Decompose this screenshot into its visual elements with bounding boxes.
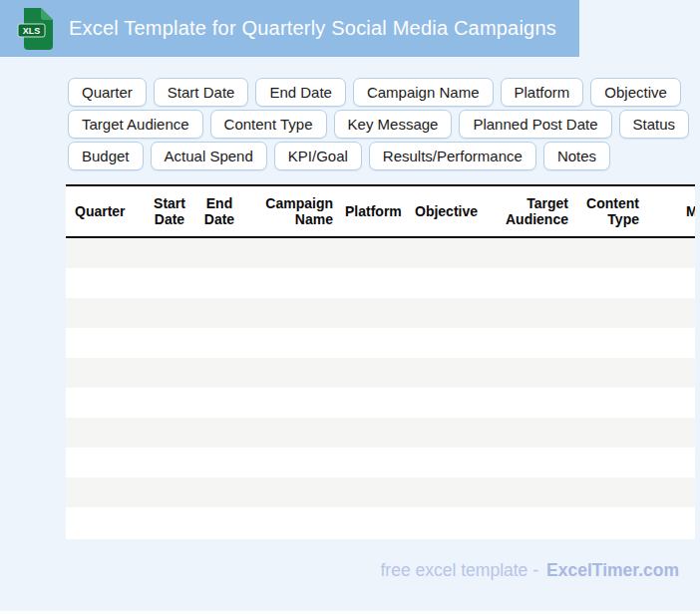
chip-start-date[interactable]: Start Date	[154, 78, 249, 107]
table-body	[66, 238, 695, 537]
column-header-objective: Objective	[409, 203, 499, 219]
column-header-content-type: Content Type	[573, 195, 644, 227]
chip-kpi-goal[interactable]: KPI/Goal	[274, 142, 362, 170]
table-row	[66, 268, 695, 298]
chip-quarter[interactable]: Quarter	[68, 78, 147, 107]
xls-file-icon: XLS	[16, 7, 56, 51]
table-row	[66, 448, 695, 477]
table-row	[66, 328, 695, 358]
table-row	[66, 418, 695, 448]
chip-notes[interactable]: Notes	[543, 142, 610, 170]
chip-campaign-name[interactable]: Campaign Name	[353, 78, 494, 107]
xls-icon-label: XLS	[23, 26, 41, 36]
table-row	[66, 358, 695, 388]
footer-credit: free excel template -ExcelTimer.com	[381, 560, 680, 581]
chip-target-audience[interactable]: Target Audience	[68, 110, 203, 139]
column-header-quarter: Quarter	[66, 203, 145, 219]
footer-text: free excel template -	[381, 560, 539, 580]
chip-content-type[interactable]: Content Type	[210, 110, 327, 139]
column-header-target-audience: Target Audience	[499, 195, 573, 227]
column-header-start-date: Start Date	[145, 195, 194, 227]
chip-row-1: QuarterStart DateEnd DateCampaign NamePl…	[68, 78, 696, 107]
chip-row-3: BudgetActual SpendKPI/GoalResults/Perfor…	[68, 142, 696, 170]
column-header-end-date: End Date	[194, 195, 244, 227]
column-header-campaign-name: Campaign Name	[244, 195, 337, 227]
header-bar: XLS Excel Template for Quarterly Social …	[0, 0, 579, 57]
chip-key-message[interactable]: Key Message	[334, 110, 453, 139]
brand-link[interactable]: ExcelTimer.com	[546, 560, 679, 580]
chip-platform[interactable]: Platform	[501, 78, 584, 107]
chip-planned-post-date[interactable]: Planned Post Date	[459, 110, 611, 139]
table-row	[66, 238, 695, 268]
chip-actual-spend[interactable]: Actual Spend	[151, 142, 267, 170]
chip-status[interactable]: Status	[619, 110, 690, 139]
table-row	[66, 477, 695, 507]
page-title: Excel Template for Quarterly Social Medi…	[69, 17, 556, 40]
table-row	[66, 388, 695, 418]
field-chips: QuarterStart DateEnd DateCampaign NamePl…	[68, 78, 696, 173]
table-row	[66, 507, 695, 537]
table-row	[66, 298, 695, 328]
chip-objective[interactable]: Objective	[590, 78, 681, 107]
column-header-message-clipped: M	[644, 203, 695, 219]
chip-results-performance[interactable]: Results/Performance	[369, 142, 536, 170]
chip-row-2: Target AudienceContent TypeKey MessagePl…	[68, 110, 696, 139]
table-header-row: QuarterStart DateEnd DateCampaign NamePl…	[66, 184, 695, 238]
chip-end-date[interactable]: End Date	[255, 78, 346, 107]
page: XLS Excel Template for Quarterly Social …	[0, 0, 700, 614]
column-header-platform: Platform	[337, 203, 409, 219]
spreadsheet-preview: QuarterStart DateEnd DateCampaign NamePl…	[66, 184, 695, 539]
chip-budget[interactable]: Budget	[68, 142, 144, 170]
